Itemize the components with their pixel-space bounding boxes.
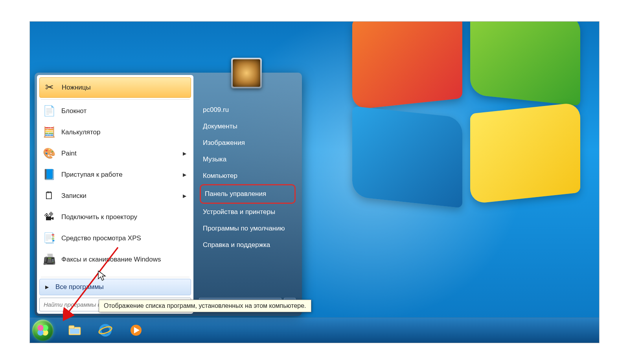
right-link-label: Изображения: [203, 139, 245, 146]
notepad-icon: 📄: [42, 104, 56, 118]
right-link-music[interactable]: Музыка: [200, 151, 296, 168]
avatar-image: [233, 59, 260, 87]
paint-icon: 🎨: [42, 147, 56, 160]
pinned-item-label: Средство просмотра XPS: [61, 234, 141, 242]
right-link-label: Справка и поддержка: [203, 241, 270, 249]
pinned-item-sticky-notes[interactable]: 🗒Записки▶: [39, 186, 191, 206]
pinned-item-calculator[interactable]: 🧮Калькулятор: [39, 123, 191, 142]
right-link-documents[interactable]: Документы: [200, 118, 296, 135]
pinned-item-label: Калькулятор: [61, 128, 101, 136]
right-link-user-folder[interactable]: pc009.ru: [200, 102, 296, 118]
pinned-item-notepad[interactable]: 📄Блокнот: [39, 101, 191, 121]
start-button[interactable]: [32, 320, 53, 341]
taskbar-explorer-icon[interactable]: [65, 322, 84, 338]
right-link-label: Программы по умолчанию: [203, 225, 285, 232]
right-link-label: Устройства и принтеры: [203, 208, 275, 216]
start-menu-right-pane: pc009.ruДокументыИзображенияМузыкаКомпью…: [193, 75, 300, 314]
right-link-control-panel[interactable]: Панель управления: [200, 184, 296, 204]
pinned-item-projector[interactable]: 📽Подключить к проектору: [39, 207, 191, 227]
taskbar-wmp-icon[interactable]: [127, 322, 145, 338]
pinned-item-label: Paint: [61, 150, 77, 157]
getting-started-icon: 📘: [42, 168, 56, 181]
fax-scan-icon: 📠: [42, 253, 56, 266]
pinned-item-label: Ножницы: [62, 84, 91, 91]
pinned-item-label: Блокнот: [61, 107, 86, 115]
pinned-item-paint[interactable]: 🎨Paint▶: [39, 144, 191, 163]
pinned-item-label: Факсы и сканирование Windows: [61, 256, 161, 263]
desktop: ✂Ножницы📄Блокнот🧮Калькулятор🎨Paint▶📘Прис…: [29, 21, 600, 343]
pinned-item-getting-started[interactable]: 📘Приступая к работе▶: [39, 165, 191, 185]
pinned-item-scissors[interactable]: ✂Ножницы: [39, 77, 191, 98]
chevron-right-icon: ▶: [183, 172, 188, 177]
svg-rect-3: [70, 329, 79, 334]
right-link-help-support[interactable]: Справка и поддержка: [200, 237, 296, 253]
right-link-default-programs[interactable]: Программы по умолчанию: [200, 220, 296, 237]
separator: [41, 99, 189, 100]
projector-icon: 📽: [42, 210, 56, 224]
svg-rect-2: [69, 326, 74, 329]
pinned-item-fax-scan[interactable]: 📠Факсы и сканирование Windows: [39, 250, 191, 269]
pinned-item-label: Записки: [61, 192, 86, 200]
pinned-programs-list: ✂Ножницы📄Блокнот🧮Калькулятор🎨Paint▶📘Прис…: [39, 77, 192, 276]
separator: [41, 277, 189, 277]
xps-viewer-icon: 📑: [42, 232, 56, 245]
start-menu: ✂Ножницы📄Блокнот🧮Калькулятор🎨Paint▶📘Прис…: [35, 73, 302, 316]
pinned-item-label: Подключить к проектору: [61, 213, 137, 221]
right-link-label: Музыка: [203, 155, 226, 163]
calculator-icon: 🧮: [42, 126, 56, 139]
right-link-label: Документы: [203, 123, 237, 130]
sticky-notes-icon: 🗒: [42, 189, 56, 203]
right-link-computer[interactable]: Компьютер: [200, 168, 296, 184]
all-programs-button[interactable]: ▶ Все программы: [39, 279, 191, 295]
right-link-devices-printers[interactable]: Устройства и принтеры: [200, 204, 296, 220]
pinned-item-label: Приступая к работе: [61, 171, 123, 179]
tooltip: Отображение списка программ, установленн…: [99, 300, 311, 312]
all-programs-label: Все программы: [55, 283, 104, 291]
start-menu-left-pane: ✂Ножницы📄Блокнот🧮Калькулятор🎨Paint▶📘Прис…: [37, 75, 193, 314]
windows-logo: [352, 21, 588, 210]
chevron-right-icon: ▶: [183, 151, 188, 156]
taskbar-ie-icon[interactable]: [96, 322, 115, 338]
right-link-pictures[interactable]: Изображения: [200, 135, 296, 151]
tooltip-text: Отображение списка программ, установленн…: [104, 302, 306, 309]
taskbar: [30, 318, 599, 343]
pinned-item-xps-viewer[interactable]: 📑Средство просмотра XPS: [39, 229, 191, 248]
right-link-label: Панель управления: [205, 190, 266, 198]
right-link-label: Компьютер: [203, 172, 237, 179]
scissors-icon: ✂: [43, 81, 56, 94]
right-link-label: pc009.ru: [203, 106, 229, 113]
user-avatar[interactable]: [231, 58, 262, 88]
chevron-right-icon: ▶: [45, 284, 49, 290]
chevron-right-icon: ▶: [183, 193, 188, 199]
